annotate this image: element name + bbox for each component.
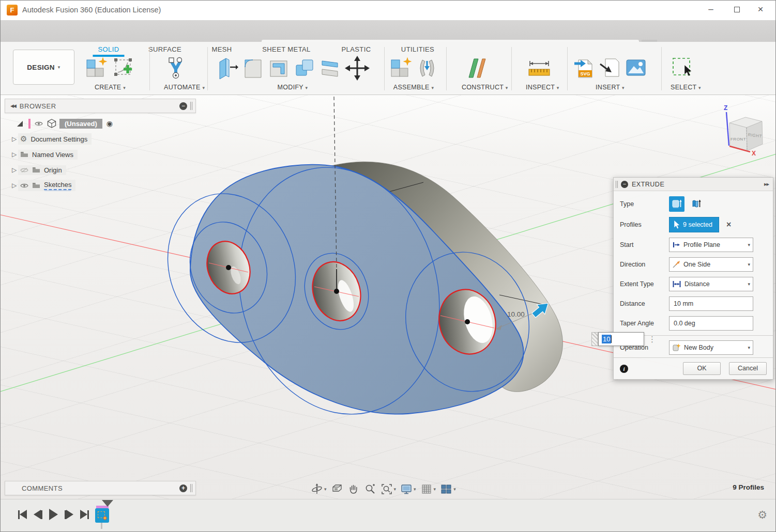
expand-arrow-icon[interactable]: ▷ — [12, 135, 18, 143]
tab-solid[interactable]: SOLID — [96, 44, 121, 54]
joint-button[interactable] — [416, 56, 438, 81]
activate-component-icon[interactable]: ◉ — [106, 119, 113, 128]
fillet-button[interactable] — [241, 56, 264, 81]
tab-sheet-metal[interactable]: SHEET METAL — [260, 44, 313, 54]
skip-to-start-button[interactable] — [18, 510, 27, 519]
move-copy-button[interactable] — [345, 56, 370, 81]
view-cube[interactable]: FRONT RIGHT Z X — [724, 104, 763, 157]
dialog-collapse-icon[interactable]: − — [621, 181, 628, 188]
minimize-button[interactable]: – — [699, 1, 723, 18]
viewports-button[interactable]: ▾ — [439, 482, 457, 496]
extrude-type-solid-button[interactable] — [669, 196, 684, 212]
visibility-eye-icon[interactable] — [35, 121, 43, 127]
timeline-settings-gear-icon[interactable]: ⚙ — [757, 509, 767, 521]
automate-button[interactable] — [164, 56, 188, 81]
start-dropdown[interactable]: Profile Plane ▾ — [669, 238, 753, 252]
expanded-triangle-icon[interactable] — [17, 121, 23, 127]
offset-face-button[interactable] — [319, 56, 342, 81]
group-label-select[interactable]: SELECT ▾ — [671, 84, 701, 91]
pan-button[interactable] — [346, 482, 361, 496]
measure-button[interactable] — [526, 56, 553, 81]
close-button[interactable]: × — [749, 1, 772, 18]
combine-button[interactable] — [293, 56, 316, 81]
create-form-button[interactable] — [85, 56, 109, 81]
shell-button[interactable] — [267, 56, 290, 81]
display-settings-button[interactable]: ▾ — [399, 482, 417, 496]
comments-grip-handle[interactable] — [190, 484, 192, 492]
group-label-automate[interactable]: AUTOMATE ▾ — [164, 84, 205, 91]
browser-grip-handle[interactable] — [190, 102, 192, 110]
comments-panel-header[interactable]: COMMENTS + — [5, 481, 196, 495]
browser-collapse-icon[interactable]: ◀◀ — [10, 103, 16, 108]
root-document-label[interactable]: (Unsaved) — [59, 119, 102, 129]
extent-type-dropdown[interactable]: Distance ▾ — [669, 277, 753, 291]
input-options-handle[interactable]: ⋮ — [648, 336, 656, 342]
tree-item-sketches[interactable]: ▷ Sketches — [5, 178, 196, 193]
zoom-button[interactable] — [363, 482, 377, 496]
fit-button[interactable]: ▾ — [379, 482, 398, 496]
eye-icon[interactable] — [20, 183, 28, 189]
clear-selection-icon[interactable]: × — [726, 220, 731, 229]
viewport[interactable]: 10.00 FRONT RIGHT Z X ◀◀ B — [1, 95, 776, 499]
step-back-button[interactable] — [34, 510, 42, 519]
tree-item-named-views[interactable]: ▷ Named Views — [5, 147, 196, 162]
browser-panel-header[interactable]: ◀◀ BROWSER − — [5, 99, 196, 113]
distance-input[interactable]: 10 mm — [669, 296, 753, 311]
expand-arrow-icon[interactable]: ▷ — [12, 182, 18, 189]
taper-angle-input[interactable]: 0.0 deg — [669, 316, 753, 331]
group-label-assemble[interactable]: ASSEMBLE ▾ — [389, 84, 438, 91]
new-component-button[interactable] — [389, 56, 413, 81]
orbit-button[interactable]: ▾ — [310, 482, 328, 496]
dialog-flyout-icon[interactable]: ▸▸ — [764, 181, 769, 187]
cancel-button[interactable]: Cancel — [729, 362, 767, 375]
insert-derive-button[interactable] — [598, 56, 621, 81]
expand-arrow-icon[interactable]: ▷ — [12, 166, 18, 174]
browser-root-row[interactable]: (Unsaved) ◉ — [5, 116, 196, 131]
tab-mesh[interactable]: MESH — [209, 44, 234, 54]
dialog-grip-handle[interactable] — [616, 181, 618, 188]
input-drag-grip[interactable] — [591, 332, 598, 346]
tab-utilities[interactable]: UTILITIES — [399, 44, 436, 54]
tab-surface[interactable]: SURFACE — [146, 44, 184, 54]
grid-layout-button[interactable]: ▾ — [419, 482, 437, 496]
group-label-inspect[interactable]: INSPECT ▾ — [526, 84, 559, 91]
insert-svg-button[interactable]: SVG — [572, 56, 595, 81]
tab-plastic[interactable]: PLASTIC — [340, 44, 373, 54]
press-pull-button[interactable] — [216, 56, 238, 81]
start-label: Start — [620, 241, 669, 248]
expand-arrow-icon[interactable]: ▷ — [12, 151, 18, 158]
select-button[interactable] — [671, 56, 695, 81]
canvas-distance-input[interactable]: 10 — [598, 332, 644, 346]
construct-plane-button[interactable] — [462, 56, 493, 81]
modify-caret-icon: ▾ — [306, 85, 308, 90]
ok-button[interactable]: OK — [683, 362, 721, 375]
info-icon[interactable]: i — [620, 365, 628, 373]
group-label-modify[interactable]: MODIFY ▾ — [216, 84, 370, 91]
profiles-selection-button[interactable]: 9 selected — [669, 217, 719, 232]
window-title: Autodesk Fusion 360 (Education License) — [22, 6, 161, 14]
add-comment-icon[interactable]: + — [179, 484, 187, 492]
timeline-marker[interactable] — [102, 507, 117, 516]
browser-minimize-icon[interactable]: − — [179, 102, 187, 110]
gear-icon: ⚙ — [20, 134, 27, 144]
extrude-dialog-header[interactable]: − EXTRUDE ▸▸ — [614, 178, 773, 191]
direction-dropdown[interactable]: One Side ▾ — [669, 257, 753, 272]
tree-item-origin[interactable]: ▷ Origin — [5, 162, 196, 178]
skip-to-end-button[interactable] — [80, 510, 89, 519]
viewcube-front-label: FRONT — [731, 137, 746, 142]
tree-item-document-settings[interactable]: ▷ ⚙Document Settings — [5, 131, 196, 147]
look-at-button[interactable] — [330, 482, 344, 496]
group-label-insert[interactable]: INSERT ▾ — [572, 84, 648, 91]
create-sketch-button[interactable] — [112, 56, 135, 81]
play-button[interactable] — [49, 509, 58, 520]
group-label-create[interactable]: CREATE ▾ — [85, 84, 135, 91]
timeline-sketch-feature[interactable] — [95, 506, 116, 529]
extrude-type-thin-button[interactable] — [689, 196, 704, 212]
insert-canvas-button[interactable] — [624, 56, 648, 81]
design-workspace-button[interactable]: DESIGN ▾ — [13, 50, 74, 85]
eye-off-icon[interactable] — [20, 167, 28, 173]
step-forward-button[interactable] — [65, 510, 73, 519]
operation-dropdown[interactable]: New Body ▾ — [669, 340, 753, 355]
group-label-construct[interactable]: CONSTRUCT ▾ — [462, 84, 508, 91]
maximize-button[interactable] — [725, 1, 749, 18]
